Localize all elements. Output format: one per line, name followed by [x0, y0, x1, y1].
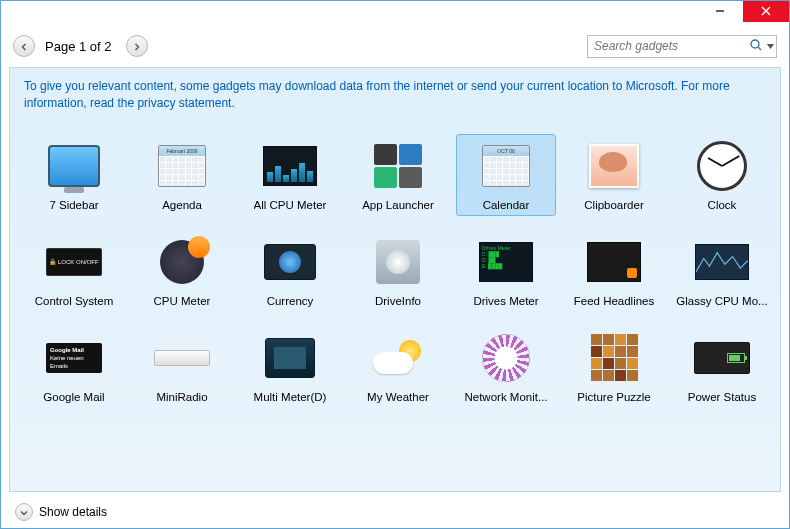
gadget-thumb-glassy-cpu: [691, 235, 753, 289]
close-button[interactable]: [743, 1, 789, 22]
gadget-label: All CPU Meter: [254, 199, 327, 211]
gadget-item-google-mail[interactable]: Google MailKeine neuen EmailsGoogle Mail: [24, 326, 124, 408]
gadget-thumb-7-sidebar: [43, 139, 105, 193]
gadget-thumb-feed-headlines: [583, 235, 645, 289]
gadget-label: Picture Puzzle: [577, 391, 651, 403]
close-icon: [761, 4, 771, 19]
gadget-label: Control System: [35, 295, 114, 307]
gadget-thumb-calendar: OCT 06: [475, 139, 537, 193]
gadget-label: Clock: [708, 199, 737, 211]
gadget-thumb-driveinfo: [367, 235, 429, 289]
gadget-item-calendar[interactable]: OCT 06Calendar: [456, 134, 556, 216]
gadget-thumb-control-system: 🔒 LOCK ON/OFF: [43, 235, 105, 289]
gadget-item-multi-meter-d[interactable]: Multi Meter(D): [240, 326, 340, 408]
gadget-label: My Weather: [367, 391, 429, 403]
gadget-item-drives-meter[interactable]: Drives MeterC: ███D: ██E: ████Drives Met…: [456, 230, 556, 312]
show-details-label: Show details: [39, 505, 107, 519]
gadget-item-power-status[interactable]: Power Status: [672, 326, 772, 408]
gadget-item-agenda[interactable]: Februari 2009Agenda: [132, 134, 232, 216]
search-icon[interactable]: [749, 38, 763, 55]
gadget-thumb-clock: [691, 139, 753, 193]
gadget-thumb-currency: [259, 235, 321, 289]
gadget-thumb-drives-meter: Drives MeterC: ███D: ██E: ████: [475, 235, 537, 289]
gadget-label: Drives Meter: [473, 295, 538, 307]
gadget-thumb-network-monit: [475, 331, 537, 385]
gadget-item-picture-puzzle[interactable]: Picture Puzzle: [564, 326, 664, 408]
gadget-thumb-my-weather: [367, 331, 429, 385]
gadget-label: Calendar: [483, 199, 530, 211]
show-details-toggle[interactable]: [15, 503, 33, 521]
gadget-item-7-sidebar[interactable]: 7 Sidebar: [24, 134, 124, 216]
gadget-item-network-monit[interactable]: Network Monit...: [456, 326, 556, 408]
gadget-item-all-cpu-meter[interactable]: All CPU Meter: [240, 134, 340, 216]
gadget-label: DriveInfo: [375, 295, 421, 307]
prev-page-button[interactable]: [13, 35, 35, 57]
gadget-label: MiniRadio: [156, 391, 207, 403]
minimize-icon: [715, 4, 725, 19]
gadget-item-currency[interactable]: Currency: [240, 230, 340, 312]
gadget-item-cpu-meter[interactable]: CPU Meter: [132, 230, 232, 312]
gadget-item-glassy-cpu[interactable]: Glassy CPU Mo...: [672, 230, 772, 312]
chevron-down-icon: [20, 505, 28, 520]
svg-marker-5: [767, 44, 774, 49]
titlebar: [1, 1, 789, 29]
toolbar: Page 1 of 2: [1, 29, 789, 63]
gadget-thumb-miniradio: [151, 331, 213, 385]
gadget-item-clock[interactable]: Clock: [672, 134, 772, 216]
gadget-label: 7 Sidebar: [49, 199, 98, 211]
bottom-bar: Show details: [1, 496, 789, 528]
gadget-label: App Launcher: [362, 199, 434, 211]
gadget-item-my-weather[interactable]: My Weather: [348, 326, 448, 408]
gadget-item-miniradio[interactable]: MiniRadio: [132, 326, 232, 408]
gadget-thumb-picture-puzzle: [583, 331, 645, 385]
privacy-info-text: To give you relevant content, some gadge…: [24, 78, 766, 112]
gadget-label: Google Mail: [43, 391, 104, 403]
search-box[interactable]: [587, 35, 777, 58]
page-indicator: Page 1 of 2: [45, 39, 112, 54]
gadget-label: CPU Meter: [154, 295, 211, 307]
gadget-label: Feed Headlines: [574, 295, 655, 307]
gadget-label: Clipboarder: [584, 199, 643, 211]
gadget-label: Power Status: [688, 391, 756, 403]
svg-line-4: [758, 47, 761, 50]
gadgets-window: Page 1 of 2 To give you relevant content…: [0, 0, 790, 529]
gadget-item-feed-headlines[interactable]: Feed Headlines: [564, 230, 664, 312]
search-input[interactable]: [594, 39, 745, 53]
content-panel: To give you relevant content, some gadge…: [9, 67, 781, 492]
chevron-right-icon: [133, 39, 141, 54]
gadget-label: Agenda: [162, 199, 202, 211]
svg-point-3: [751, 40, 759, 48]
next-page-button[interactable]: [126, 35, 148, 57]
gadget-item-control-system[interactable]: 🔒 LOCK ON/OFFControl System: [24, 230, 124, 312]
gadget-thumb-app-launcher: [367, 139, 429, 193]
gadget-item-clipboarder[interactable]: Clipboarder: [564, 134, 664, 216]
gadget-label: Glassy CPU Mo...: [676, 295, 767, 307]
gadget-thumb-multi-meter-d: [259, 331, 321, 385]
gadget-thumb-power-status: [691, 331, 753, 385]
gadget-item-app-launcher[interactable]: App Launcher: [348, 134, 448, 216]
gadget-thumb-clipboarder: [583, 139, 645, 193]
gadget-label: Multi Meter(D): [254, 391, 327, 403]
gadget-grid: 7 SidebarFebruari 2009AgendaAll CPU Mete…: [24, 134, 766, 408]
gadget-thumb-all-cpu-meter: [259, 139, 321, 193]
gadget-label: Currency: [267, 295, 314, 307]
minimize-button[interactable]: [697, 1, 743, 22]
gadget-thumb-cpu-meter: [151, 235, 213, 289]
gadget-thumb-google-mail: Google MailKeine neuen Emails: [43, 331, 105, 385]
gadget-thumb-agenda: Februari 2009: [151, 139, 213, 193]
gadget-label: Network Monit...: [464, 391, 547, 403]
chevron-left-icon: [20, 39, 28, 54]
gadget-item-driveinfo[interactable]: DriveInfo: [348, 230, 448, 312]
search-dropdown-icon[interactable]: [767, 39, 774, 53]
